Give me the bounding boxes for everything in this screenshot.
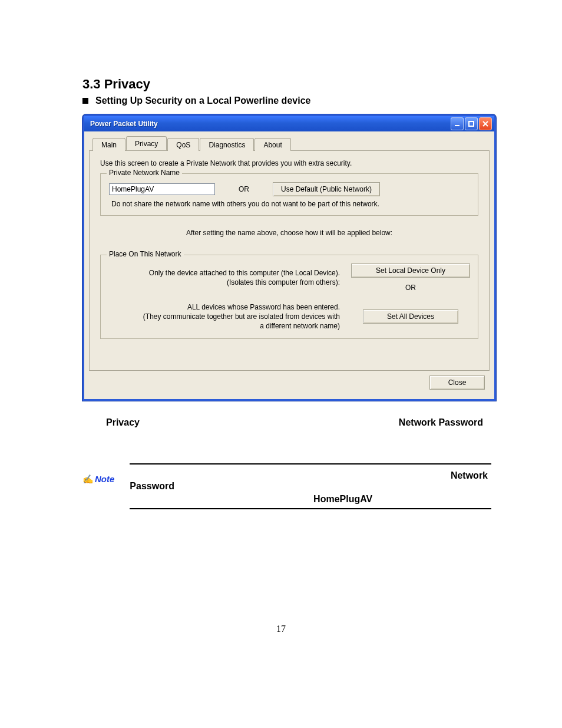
tabstrip: Main Privacy QoS Diagnostics About	[89, 136, 490, 151]
section-title: 3.3 Privacy	[82, 77, 491, 92]
below-right: Network Password	[399, 417, 483, 428]
local-only-description: Only the device attached to this compute…	[109, 268, 340, 287]
note-word-password: Password	[130, 481, 491, 492]
do-not-share-text: Do not share the network name with other…	[111, 200, 470, 208]
after-setting-text: After setting the name above, choose how…	[100, 229, 478, 237]
app-window: Power Packet Utility Main Privacy QoS Di…	[82, 114, 496, 401]
page-number: 17	[0, 624, 562, 634]
minimize-icon	[454, 120, 461, 127]
bullet-heading-row: Setting Up Security on a Local Powerline…	[82, 95, 491, 106]
window-title: Power Packet Utility	[90, 120, 158, 128]
tab-about[interactable]: About	[254, 138, 290, 151]
close-window-button[interactable]	[479, 117, 492, 130]
all-devices-line3: a different network name)	[109, 321, 340, 331]
svg-rect-1	[469, 121, 474, 126]
maximize-icon	[468, 120, 475, 127]
svg-rect-0	[455, 125, 459, 126]
minimize-button[interactable]	[451, 117, 464, 130]
tab-main[interactable]: Main	[92, 138, 125, 151]
all-devices-line2: (They communicate together but are isola…	[109, 312, 340, 321]
local-only-line2: (Isolates this computer from others):	[109, 278, 340, 287]
tab-privacy[interactable]: Privacy	[126, 136, 167, 150]
note-word-network: Network	[130, 470, 491, 481]
intro-text: Use this screen to create a Private Netw…	[100, 159, 478, 167]
or-separator: OR	[239, 185, 249, 193]
square-bullet-icon	[82, 98, 88, 104]
note-label: Note	[82, 463, 114, 485]
below-text-row: Privacy Network Password	[106, 417, 483, 428]
group-legend-private-network: Private Network Name	[107, 169, 182, 177]
set-local-device-button[interactable]: Set Local Device Only	[351, 263, 470, 278]
bullet-heading: Setting Up Security on a Local Powerline…	[95, 95, 310, 106]
close-button[interactable]: Close	[429, 375, 485, 390]
tab-diagnostics[interactable]: Diagnostics	[200, 138, 254, 151]
network-name-input[interactable]: HomePlugAV	[109, 183, 215, 195]
titlebar[interactable]: Power Packet Utility	[84, 116, 494, 131]
all-devices-line1: ALL devices whose Password has been ente…	[109, 302, 340, 312]
note-word-homeplugav: HomePlugAV	[130, 494, 491, 505]
or-separator-2: OR	[405, 284, 416, 292]
tab-qos[interactable]: QoS	[167, 138, 199, 151]
set-all-devices-button[interactable]: Set All Devices	[363, 309, 458, 324]
note-body: Network Password HomePlugAV	[130, 463, 491, 509]
use-default-button[interactable]: Use Default (Public Network)	[273, 182, 380, 196]
group-legend-place: Place On This Network	[107, 250, 184, 258]
all-devices-description: ALL devices whose Password has been ente…	[109, 302, 340, 331]
tab-pane-privacy: Use this screen to create a Private Netw…	[89, 151, 490, 371]
maximize-button[interactable]	[465, 117, 478, 130]
local-only-line1: Only the device attached to this compute…	[109, 268, 340, 278]
below-left: Privacy	[106, 417, 140, 428]
group-private-network-name: Private Network Name HomePlugAV OR Use D…	[100, 173, 478, 216]
group-place-on-network: Place On This Network Only the device at…	[100, 255, 478, 339]
close-icon	[482, 120, 489, 127]
